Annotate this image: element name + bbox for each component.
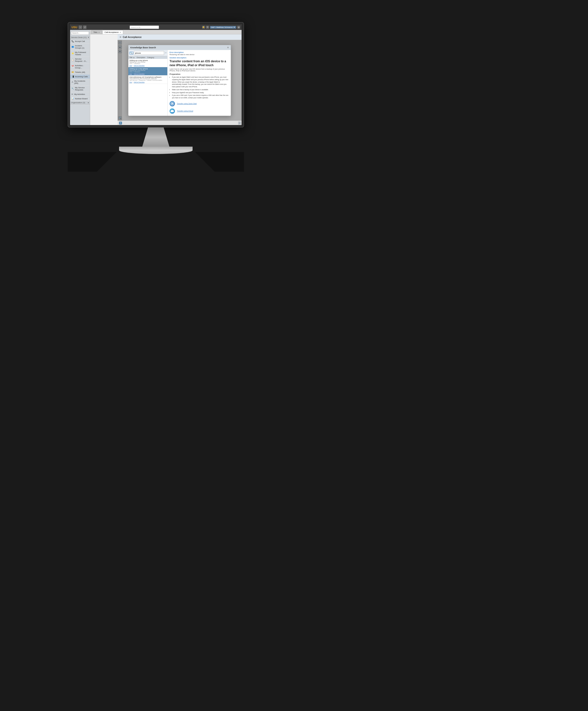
service-request-label: Service Request - O... [75,58,88,62]
tab-tiles-close[interactable]: × [98,31,100,34]
modal-result-item-2[interactable]: Setting-up a new iphone Setting-up a new… [128,67,167,76]
preparation-content: If you own an Apple Watch and have now p… [169,76,229,99]
tab-call-acceptance[interactable]: Call Acceptance × [103,30,123,34]
modal-left: 🔍 ? Title [128,50,167,116]
sidebar-item-tickets-all[interactable]: 🎫 Tickets (All) [70,70,90,74]
home-icon[interactable]: ⌂ [78,25,82,29]
monitor-shadow-right [195,152,244,172]
tickets-icon: 🎫 [71,71,74,73]
tab-call-acceptance-close[interactable]: × [119,31,121,34]
restore-text: Restoring old data to new device [169,54,229,56]
icloud-icon [169,108,175,114]
transfer-option-icloud: Transfer using iCloud [169,108,229,114]
result1-title: Setting-up a new iphone [129,60,166,61]
sidebar-item-followed-tickets[interactable]: ⭐ My Followed Tickets [70,50,90,57]
main-article-title: Transfer content from an iOS device to a… [169,60,229,67]
error-label: Error description: [169,51,229,53]
sidebar-section-org[interactable]: Organization (3) ▸ [70,101,90,104]
activities-icon: 📅 [71,65,74,68]
sidebar-item-incident-groups[interactable]: 👥 Incident-Groups (1) [70,44,90,50]
accept-call-label: Accept Call [75,40,85,42]
sidebar-section-service-desk[interactable]: Service Desk (11) ▾ [70,36,90,39]
sidebar-item-incoming-calls[interactable]: 📲 Incoming Calls [70,74,90,79]
result2-use-link[interactable]: Use [129,73,132,74]
call-acceptance-panel: ≡ Call Acceptance Knowledge Base Search [118,34,242,125]
result1-add-link[interactable]: Add to Favorites [134,65,144,66]
tab-content: ≡ Call Acceptance Knowledge Base Search [90,34,242,125]
bell-icon[interactable]: 🔔 [202,26,205,29]
sidebar-item-my-service-requests[interactable]: 🔧 My Service Requests [70,86,90,92]
main-area: Service Desk (11) ▾ 📞 Accept Call 👥 Inci… [70,30,242,125]
modal-body: 🔍 ? Title [128,50,231,116]
sidebar-item-accept-call[interactable]: 📞 Accept Call [70,39,90,44]
power-icon[interactable]: ⏻ [237,26,240,29]
sidebar-item-activities[interactable]: 📅 Activities - Group... [70,64,90,70]
my-incidents-icon: ⚠ [71,81,73,83]
topbar-icons: ⌂ ↺ [78,25,87,29]
result3-add-link[interactable]: Add to Favorites [134,81,144,83]
topbar: USU ⌂ ↺ Search in All 🔔 ⚙ SAP / Matthias… [70,24,242,30]
result-header-cat: Category [147,57,154,58]
sidebar-item-service-request[interactable]: 📋 Service Request - O... [70,57,90,64]
modal-right: Error description: Restoring old data to… [167,50,231,116]
result3-use-link[interactable]: Use [129,81,132,83]
usu-logo: USU [71,26,77,29]
screen: USU ⌂ ↺ Search in All 🔔 ⚙ SAP / Matthias… [70,24,242,125]
sidebar-section-label: Service Desk (11) [71,36,87,39]
incoming-calls-label: Incoming Calls [75,76,88,78]
prep-bullet-4: If you use a SIM card: if your new devic… [172,94,229,99]
sidebar-item-my-incidents[interactable]: ⚠ My Incidents (6/6) [70,79,90,86]
modal-close-button[interactable]: × [227,46,229,49]
result-header-desc: Description [137,57,145,58]
prep-bullet-3: Keep your AppleID and your Password read… [172,91,229,94]
result2-add-link[interactable]: Add to Favorites [134,73,144,74]
org-expand-icon: ▸ [88,102,89,104]
activities-label: Activities - Group... [75,64,88,69]
modal-result-item-3[interactable]: Internetbindung mit Smartphone aufbauen … [128,76,167,84]
result-header-title: Title ▲ [129,57,135,58]
sidebar-item-my-activities[interactable]: ✏ My Activities [70,92,90,96]
result1-use-link[interactable]: Use [129,65,132,66]
ca-close-bottom-button[interactable]: × [238,122,241,125]
monitor-shadow-left [68,152,117,172]
quickstart-link[interactable]: Transfer using Quick Start [177,103,197,104]
tab-tiles[interactable]: Tiles × [91,30,102,34]
tab-bar: Tiles × Call Acceptance × [90,30,242,34]
svg-point-1 [172,103,173,104]
icloud-link[interactable]: Transfer using iCloud [177,110,193,112]
topbar-search[interactable]: Search in All [130,25,159,29]
prep-bullet-2: Make sure that a backup of your device i… [172,88,229,91]
tab-call-acceptance-label: Call Acceptance [105,31,118,33]
sidebar: Service Desk (11) ▾ 📞 Accept Call 👥 Inci… [70,30,90,125]
modal-overlay: Knowledge Base Search × [118,40,242,121]
sidebar-item-kanban[interactable]: 📊 Kanban Board [70,96,90,101]
ca-add-button[interactable]: + [119,122,122,125]
modal-title: Knowledge Base Search [130,46,156,49]
stand-base-shape [119,147,193,154]
ca-bottom: + [118,121,242,125]
ca-header: ≡ Call Acceptance [118,34,242,40]
modal-search-help[interactable]: ? [165,52,166,54]
refresh-icon[interactable]: ↺ [83,25,87,29]
result1-actions: Use | Add to Favorites [129,65,166,66]
my-activities-icon: ✏ [71,93,73,95]
user-button[interactable]: SAP / Matthias Schramm ▼ [210,26,236,29]
tab-tiles-label: Tiles [93,31,97,33]
sidebar-search-input[interactable] [71,31,89,35]
org-section-label: Organization (3) [71,102,85,104]
settings-icon[interactable]: ⚙ [206,26,209,29]
modal-search-input[interactable] [134,51,164,55]
app-container: USU ⌂ ↺ Search in All 🔔 ⚙ SAP / Matthias… [70,24,242,125]
expand-icon: ▾ [88,36,89,39]
stand-neck [136,128,176,147]
monitor-stand-neck [68,128,244,147]
incident-groups-label: Incident-Groups (1) [75,45,88,49]
search-placeholder: Search in All [131,26,140,28]
service-request-icon: 📋 [71,59,74,61]
modal-result-item-1[interactable]: Setting-up a new iphone Setting-up a new… [128,59,167,67]
my-incidents-label: My Incidents (6/6) [74,80,88,84]
solution-label: Solution description: [169,57,229,59]
result3-actions: Use | Add to Favorites [129,81,166,83]
kanban-icon: 📊 [71,98,74,100]
ca-title: Call Acceptance [123,36,142,39]
